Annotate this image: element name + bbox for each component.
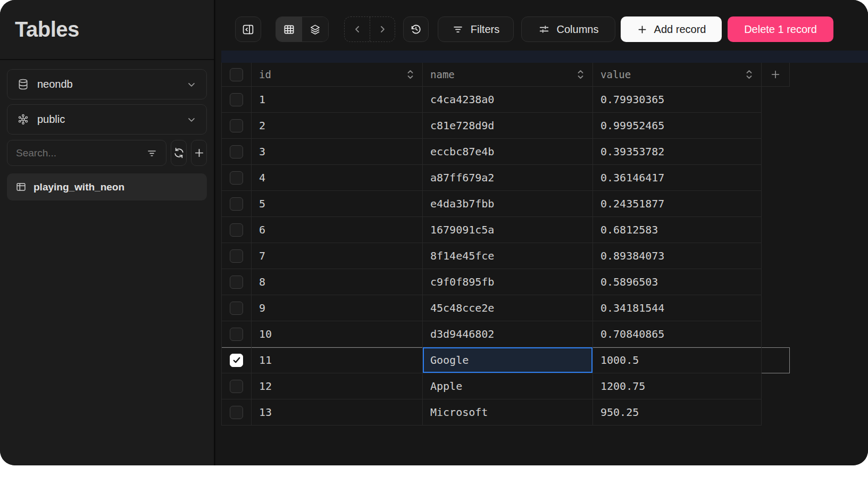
collapse-sidebar-button[interactable]	[235, 16, 261, 42]
table-header-row: id name value	[221, 63, 790, 87]
sliders-icon	[538, 23, 550, 35]
refresh-button[interactable]	[171, 140, 187, 166]
row-checkbox[interactable]	[230, 93, 243, 106]
cell-value[interactable]: 0.39353782	[593, 139, 762, 165]
search-row	[7, 140, 207, 166]
cell-name[interactable]: 1679091c5a	[423, 217, 593, 243]
cell-value[interactable]: 950.25	[593, 399, 762, 425]
row-checkbox[interactable]	[230, 276, 243, 289]
column-header-name[interactable]: name	[423, 63, 593, 87]
sidebar-item-table[interactable]: playing_with_neon	[7, 173, 207, 201]
row-checkbox[interactable]	[230, 145, 243, 158]
cell-name[interactable]: Microsoft	[423, 399, 593, 425]
select-all-checkbox[interactable]	[230, 68, 243, 81]
table-row: 8c9f0f895fb0.5896503	[221, 269, 790, 295]
table-row: 13Microsoft950.25	[221, 399, 790, 425]
row-checkbox-cell	[221, 165, 252, 191]
data-grid: id name value	[221, 63, 790, 425]
row-checkbox[interactable]	[230, 197, 243, 211]
cell-id[interactable]: 1	[252, 87, 423, 113]
view-mode-toggle	[276, 16, 329, 42]
cell-name[interactable]: 8f14e45fce	[423, 243, 593, 269]
delete-record-button[interactable]: Delete 1 record	[728, 16, 833, 42]
cell-name[interactable]: c4ca4238a0	[423, 87, 593, 113]
cell-value[interactable]: 0.79930365	[593, 87, 762, 113]
row-checkbox[interactable]	[230, 380, 243, 393]
table-body: 1c4ca4238a00.799303652c81e728d9d0.999524…	[221, 87, 790, 425]
row-checkbox-cell	[221, 113, 252, 139]
cell-name[interactable]: c81e728d9d	[423, 113, 593, 139]
delete-record-label: Delete 1 record	[744, 23, 817, 36]
cell-id[interactable]: 8	[252, 269, 423, 295]
cell-id[interactable]: 4	[252, 165, 423, 191]
cell-value[interactable]: 1200.75	[593, 373, 762, 399]
cell-value[interactable]: 0.89384073	[593, 243, 762, 269]
add-record-button[interactable]: Add record	[621, 16, 722, 42]
cell-name[interactable]: Apple	[423, 373, 593, 399]
add-table-button[interactable]	[191, 140, 207, 166]
sort-icon	[406, 68, 415, 81]
database-select[interactable]: neondb	[7, 69, 207, 99]
history-button[interactable]	[403, 16, 429, 42]
row-checkbox[interactable]	[230, 119, 243, 132]
sidebar-header: Tables	[0, 0, 214, 60]
row-checkbox[interactable]	[230, 171, 243, 185]
columns-button[interactable]: Columns	[521, 16, 615, 42]
cell-name[interactable]: Google	[423, 347, 593, 373]
cell-id[interactable]: 12	[252, 373, 423, 399]
cell-value[interactable]: 0.36146417	[593, 165, 762, 191]
cell-value[interactable]: 0.34181544	[593, 295, 762, 321]
row-checkbox-cell	[221, 321, 252, 347]
page-title: Tables	[15, 18, 79, 41]
previous-page-button[interactable]	[345, 17, 370, 41]
cell-value[interactable]: 0.99952465	[593, 113, 762, 139]
cell-name[interactable]: 45c48cce2e	[423, 295, 593, 321]
cell-id[interactable]: 7	[252, 243, 423, 269]
cell-id[interactable]: 5	[252, 191, 423, 217]
cell-name[interactable]: d3d9446802	[423, 321, 593, 347]
column-header-label: id	[259, 69, 271, 80]
refresh-icon	[173, 147, 185, 159]
cell-id[interactable]: 2	[252, 113, 423, 139]
grid-view-button[interactable]	[276, 17, 302, 41]
cell-id[interactable]: 3	[252, 139, 423, 165]
cell-name[interactable]: e4da3b7fbb	[423, 191, 593, 217]
plus-icon	[193, 147, 205, 159]
next-page-button[interactable]	[370, 17, 395, 41]
cell-value[interactable]: 0.6812583	[593, 217, 762, 243]
cell-value[interactable]: 0.5896503	[593, 269, 762, 295]
add-column-button[interactable]	[762, 63, 790, 87]
column-header-id[interactable]: id	[252, 63, 423, 87]
row-checkbox[interactable]	[230, 328, 243, 341]
cell-value[interactable]: 0.24351877	[593, 191, 762, 217]
row-checkbox[interactable]	[230, 223, 243, 237]
cell-id[interactable]: 9	[252, 295, 423, 321]
column-header-value[interactable]: value	[593, 63, 762, 87]
search-input[interactable]	[16, 147, 146, 159]
cell-id[interactable]: 13	[252, 399, 423, 425]
row-checkbox-cell	[221, 269, 252, 295]
row-checkbox-checked[interactable]	[230, 354, 243, 367]
cell-name[interactable]: a87ff679a2	[423, 165, 593, 191]
row-checkbox[interactable]	[230, 249, 243, 263]
filters-button[interactable]: Filters	[438, 16, 514, 42]
cell-name[interactable]: eccbc87e4b	[423, 139, 593, 165]
cell-id[interactable]: 6	[252, 217, 423, 243]
row-checkbox[interactable]	[230, 302, 243, 315]
schema-select[interactable]: public	[7, 104, 207, 135]
table-row: 5e4da3b7fbb0.24351877	[221, 191, 790, 217]
layers-view-button[interactable]	[302, 17, 328, 41]
table-row: 78f14e45fce0.89384073	[221, 243, 790, 269]
column-header-label: value	[600, 69, 631, 80]
cell-id[interactable]: 10	[252, 321, 423, 347]
table-row: 12Apple1200.75	[221, 373, 790, 399]
table-row: 945c48cce2e0.34181544	[221, 295, 790, 321]
filter-lines-icon	[146, 147, 157, 158]
cell-id[interactable]: 11	[252, 347, 423, 373]
cell-name[interactable]: c9f0f895fb	[423, 269, 593, 295]
sort-icon	[576, 68, 585, 81]
cell-value[interactable]: 0.70840865	[593, 321, 762, 347]
row-checkbox[interactable]	[230, 406, 243, 419]
cell-value[interactable]: 1000.5	[593, 347, 762, 373]
row-checkbox-cell	[221, 399, 252, 425]
